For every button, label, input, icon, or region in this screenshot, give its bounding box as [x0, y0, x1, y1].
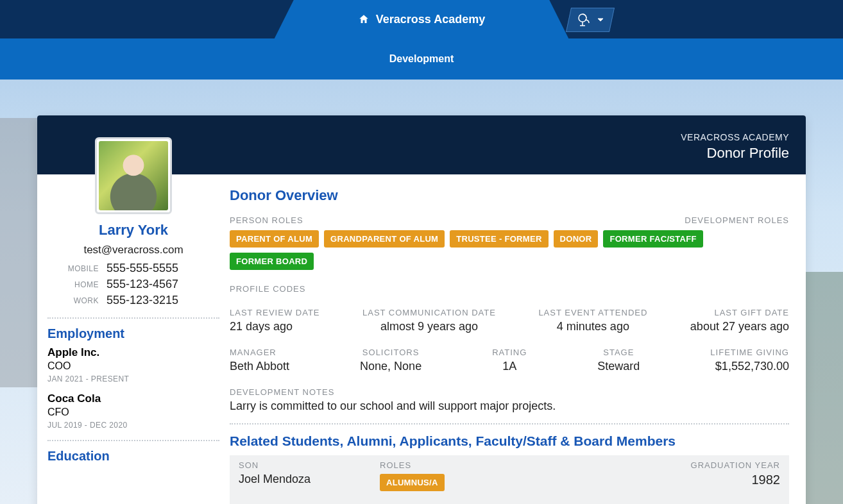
divider	[47, 317, 219, 319]
phone-home[interactable]: 555-123-4567	[106, 278, 213, 291]
donor-name[interactable]: Larry York	[47, 222, 219, 239]
divider	[47, 440, 219, 441]
page-type: Donor Profile	[707, 145, 789, 162]
employment-heading: Employment	[47, 326, 219, 341]
grad-year-value: 1982	[677, 473, 780, 487]
last-review-value: 21 days ago	[230, 320, 320, 333]
donor-photo[interactable]	[95, 137, 172, 214]
org-name: VERACROSS ACADEMY	[681, 132, 789, 142]
rating-value: 1A	[492, 360, 527, 373]
right-column: Donor Overview PERSON ROLES DEVELOPMENT …	[230, 174, 806, 504]
last-comm-label: LAST COMMUNICATION DATE	[362, 308, 496, 317]
employment-title: COO	[47, 360, 219, 372]
dev-role-badge[interactable]: FORMER BOARD	[230, 253, 314, 270]
role-badge[interactable]: TRUSTEE - FORMER	[450, 230, 548, 248]
dev-notes-label: DEVELOPMENT NOTES	[230, 387, 789, 397]
last-review-label: LAST REVIEW DATE	[230, 308, 320, 317]
education-heading: Education	[47, 449, 219, 464]
school-logo-icon	[577, 12, 592, 28]
employment-org: Coca Cola	[47, 392, 219, 405]
home-icon	[358, 13, 370, 25]
relation-role-badge[interactable]: ALUMNUS/A	[380, 474, 445, 491]
employment-title: CFO	[47, 407, 219, 418]
phone-mobile-label: MOBILE	[54, 264, 99, 273]
manager-label: MANAGER	[230, 348, 289, 357]
last-comm-value: almost 9 years ago	[362, 320, 496, 333]
employment-org: Apple Inc.	[47, 346, 219, 359]
phone-work-label: WORK	[54, 296, 99, 305]
subnav-development[interactable]: Development	[0, 38, 843, 80]
app-title: Veracross Academy	[376, 13, 485, 26]
last-gift-label: LAST GIFT DATE	[690, 308, 789, 317]
donor-email[interactable]: test@veracross.com	[47, 244, 219, 256]
solicitors-value: None, None	[360, 360, 422, 373]
lifetime-label: LIFETIME GIVING	[710, 348, 789, 357]
role-badge[interactable]: GRANDPARENT OF ALUM	[324, 230, 445, 248]
chevron-down-icon	[597, 17, 604, 23]
profile-card: VERACROSS ACADEMY Donor Profile Larry Yo…	[37, 115, 806, 504]
overview-title: Donor Overview	[230, 187, 789, 204]
relation-roles-label: ROLES	[380, 460, 671, 470]
profile-codes-label: PROFILE CODES	[230, 284, 789, 294]
last-event-label: LAST EVENT ATTENDED	[538, 308, 647, 317]
grad-year-label: GRADUATION YEAR	[677, 460, 780, 470]
school-logo-switcher[interactable]	[566, 8, 615, 32]
left-column: Larry York test@veracross.com MOBILE 555…	[37, 174, 230, 504]
topbar: Veracross Academy	[0, 0, 843, 38]
employment-item: Apple Inc. COO JAN 2021 - PRESENT	[47, 346, 219, 383]
stage-value: Steward	[597, 360, 640, 373]
dev-role-badge[interactable]: FORMER FAC/STAFF	[603, 230, 702, 248]
employment-item: Coca Cola CFO JUL 2019 - DEC 2020	[47, 392, 219, 430]
person-roles-label: PERSON ROLES	[230, 215, 303, 225]
employment-dates: JUL 2019 - DEC 2020	[47, 421, 219, 430]
last-event-value: 4 minutes ago	[538, 320, 647, 333]
lifetime-value: $1,552,730.00	[710, 360, 789, 373]
role-badge[interactable]: DONOR	[554, 230, 599, 248]
relation-name[interactable]: Joel Mendoza	[239, 473, 373, 486]
roles-badges: PARENT OF ALUM GRANDPARENT OF ALUM TRUST…	[230, 230, 789, 270]
phone-work[interactable]: 555-123-3215	[106, 294, 213, 307]
divider	[230, 423, 789, 424]
related-title: Related Students, Alumni, Applicants, Fa…	[230, 433, 789, 449]
topbar-home[interactable]: Veracross Academy	[275, 0, 568, 38]
dev-notes-value: Larry is committed to our school and wil…	[230, 399, 789, 413]
related-box: SON Joel Mendoza ROLES ALUMNUS/A ACTIVIT…	[230, 455, 789, 504]
phone-home-label: HOME	[54, 280, 99, 289]
manager-value: Beth Abbott	[230, 360, 289, 373]
stage-label: STAGE	[597, 348, 640, 357]
employment-dates: JAN 2021 - PRESENT	[47, 374, 219, 383]
relation-label: SON	[239, 460, 373, 470]
role-badge[interactable]: PARENT OF ALUM	[230, 230, 319, 248]
subnav-label: Development	[389, 53, 454, 65]
rating-label: RATING	[492, 348, 527, 357]
phone-mobile[interactable]: 555-555-5555	[106, 262, 213, 275]
last-gift-value: about 27 years ago	[690, 320, 789, 333]
development-roles-label: DEVELOPMENT ROLES	[685, 215, 789, 225]
solicitors-label: SOLICITORS	[360, 348, 422, 357]
